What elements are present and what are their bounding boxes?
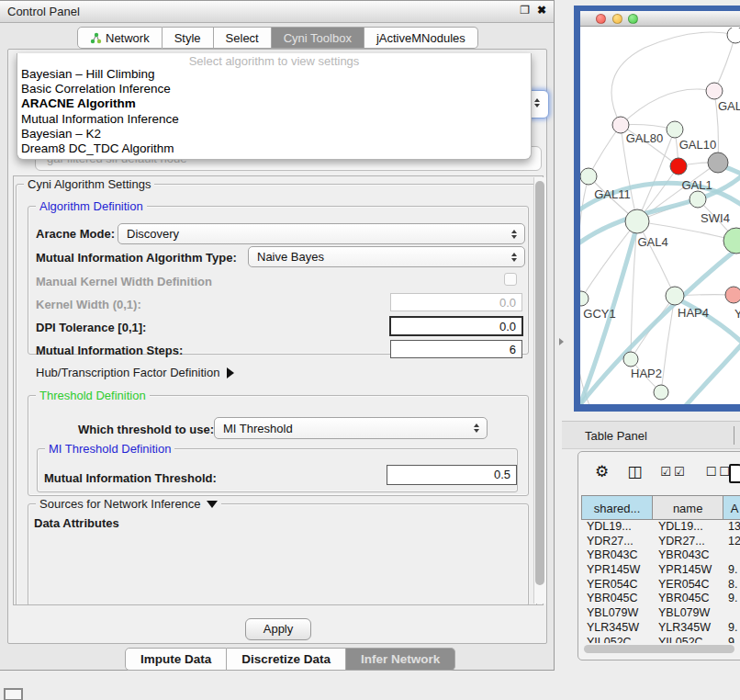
network-node[interactable] — [727, 28, 740, 43]
kernel-width-label: Kernel Width (0,1): — [36, 298, 141, 311]
table-cell — [724, 606, 740, 621]
mi-type-label: Mutual Information Algorithm Type: — [36, 251, 237, 265]
tab-impute-data[interactable]: Impute Data — [125, 648, 227, 671]
table-row[interactable]: YLR345WYLR345W9. — [581, 621, 740, 636]
table-cell: 8. — [724, 578, 740, 593]
table-row[interactable]: YBR045CYBR045C9. — [581, 592, 740, 606]
dpi-tolerance-field[interactable]: 0.0 — [389, 316, 523, 336]
table-row[interactable]: YER054CYER054C8. — [581, 578, 740, 593]
close-icon[interactable]: ✖ — [537, 4, 546, 17]
apply-button[interactable]: Apply — [245, 618, 311, 640]
network-node-gal10[interactable] — [667, 121, 683, 138]
tab-label: Network — [106, 31, 150, 45]
table-cell: YPR145W — [581, 563, 653, 578]
network-edge[interactable] — [637, 221, 675, 296]
zoom-button[interactable] — [628, 14, 638, 24]
mi-steps-label: Mutual Information Steps: — [36, 344, 183, 357]
table-cell: YBL079W — [653, 606, 724, 621]
mi-type-combo[interactable]: Naive Bayes — [248, 246, 525, 267]
network-node[interactable] — [654, 385, 668, 400]
network-node-gal11[interactable] — [580, 168, 597, 185]
table-hscrollbar-track[interactable] — [581, 643, 739, 655]
algorithm-option-aracne-algorithm[interactable]: ARACNE Algorithm — [17, 96, 531, 111]
column-header-name[interactable]: name — [653, 496, 723, 519]
table-cell: YLR345W — [581, 621, 653, 636]
tab-network[interactable]: Network — [77, 27, 163, 49]
minimize-button[interactable] — [612, 14, 622, 24]
node-label-gal: GAL — [718, 99, 740, 113]
network-edge-thick[interactable] — [665, 338, 740, 404]
network-node-swi4[interactable] — [690, 191, 706, 208]
network-node[interactable] — [708, 152, 728, 173]
tab-cyni-toolbox[interactable]: Cyni Toolbox — [272, 27, 364, 49]
algorithm-option-bayesian-hill-climbing[interactable]: Bayesian – Hill Climbing — [17, 67, 531, 82]
close-button[interactable] — [596, 14, 606, 24]
tab-select[interactable]: Select — [214, 27, 272, 49]
gear-icon[interactable]: ⚙ — [595, 463, 609, 481]
network-node[interactable] — [723, 228, 740, 254]
control-panel-titlebar[interactable]: Control Panel ❐ ✖ — [0, 1, 554, 23]
tab-style[interactable]: Style — [163, 27, 214, 49]
network-node-hap2[interactable] — [623, 352, 638, 367]
tab-label: Select — [226, 31, 259, 45]
table-row[interactable]: YIL052CYIL052C9 — [581, 636, 740, 644]
network-edge[interactable] — [714, 35, 735, 91]
aracne-mode-combo[interactable]: Discovery — [118, 223, 525, 244]
table-row[interactable]: YDR27...YDR27...12 — [581, 535, 740, 549]
table-cell: 9. — [724, 592, 740, 606]
sources-title-text: Sources for Network Inference — [39, 497, 201, 511]
tab-discretize-data[interactable]: Discretize Data — [227, 648, 346, 671]
column-header-shared[interactable]: shared... — [582, 496, 653, 519]
network-edge[interactable] — [589, 125, 621, 176]
algorithm-dropdown-list: Bayesian – Hill ClimbingBasic Correlatio… — [17, 67, 531, 156]
network-window-titlebar[interactable] — [580, 11, 740, 27]
kernel-width-field[interactable]: 0.0 — [390, 293, 522, 311]
table-row[interactable]: YDL19...YDL19...13 — [581, 520, 740, 535]
float-panel-icon[interactable]: ❐ — [520, 4, 530, 17]
minimized-panel-icon[interactable] — [4, 688, 23, 700]
algorithm-option-mutual-information-inference[interactable]: Mutual Information Inference — [17, 112, 531, 127]
table-cell: YER054C — [581, 578, 653, 593]
which-threshold-combo[interactable]: MI Threshold — [214, 417, 488, 439]
algorithm-dropdown-placeholder: Select algorithm to view settings — [17, 53, 531, 67]
aracne-mode-value: Discovery — [127, 227, 179, 241]
column-header-a[interactable]: A — [723, 496, 740, 519]
select-all-icon[interactable]: ☑☑ — [660, 463, 687, 481]
network-node-y[interactable] — [725, 287, 740, 303]
table-panel-edge-icon — [734, 426, 734, 445]
network-node-gal4[interactable] — [625, 209, 649, 233]
tab-jactivemnodules[interactable]: jActiveMNodules — [364, 27, 478, 49]
cyni-algorithm-settings-title: Cyni Algorithm Settings — [24, 177, 154, 191]
network-node-hap4[interactable] — [666, 287, 684, 305]
new-table-icon[interactable] — [729, 464, 740, 483]
network-node-gcy1[interactable] — [580, 291, 589, 306]
panel-divider-arrow-icon[interactable] — [559, 338, 564, 345]
table-row[interactable]: YBR043CYBR043C — [581, 548, 740, 563]
algorithm-option-basic-correlation-inference[interactable]: Basic Correlation Inference — [17, 82, 531, 96]
network-edge-thick[interactable] — [580, 248, 738, 404]
node-label-gal80: GAL80 — [626, 131, 663, 145]
sources-title[interactable]: Sources for Network Inference — [36, 497, 221, 511]
algorithm-option-bayesian-k2[interactable]: Bayesian – K2 — [17, 127, 531, 141]
table-cell: YDR27... — [581, 535, 653, 549]
manual-kernel-checkbox[interactable] — [504, 273, 517, 286]
split-view-icon[interactable]: ◫ — [627, 463, 642, 481]
network-canvas[interactable]: GALGAL80GAL10GAL1GAL11SWI4GAL4GCY1HAP4YH… — [580, 28, 740, 404]
settings-scrollbar-thumb[interactable] — [535, 181, 544, 585]
table-panel-titlebar[interactable]: Table Panel — [562, 421, 740, 449]
algorithm-option-dream8-dc-tdc-algorithm[interactable]: Dream8 DC_TDC Algorithm — [17, 141, 531, 156]
table-row[interactable]: YPR145WYPR145W9. — [581, 563, 740, 578]
table-hscrollbar-thumb[interactable] — [584, 645, 734, 653]
mi-threshold-field[interactable]: 0.5 — [387, 465, 517, 485]
tab-infer-network[interactable]: Infer Network — [346, 648, 455, 671]
table-cell: YBR045C — [581, 592, 653, 606]
network-edge[interactable] — [621, 89, 714, 125]
table-row[interactable]: YBL079WYBL079W — [581, 606, 740, 621]
table-cell: YIL052C — [581, 636, 653, 644]
network-node-gal1[interactable] — [670, 158, 687, 175]
aracne-mode-label: Aracne Mode: — [36, 227, 115, 241]
network-node-gal[interactable] — [706, 83, 723, 99]
hub-definition-expander[interactable]: Hub/Transcription Factor Definition — [36, 366, 234, 379]
table-cell: YER054C — [653, 578, 724, 593]
mi-steps-field[interactable]: 6 — [390, 340, 522, 358]
